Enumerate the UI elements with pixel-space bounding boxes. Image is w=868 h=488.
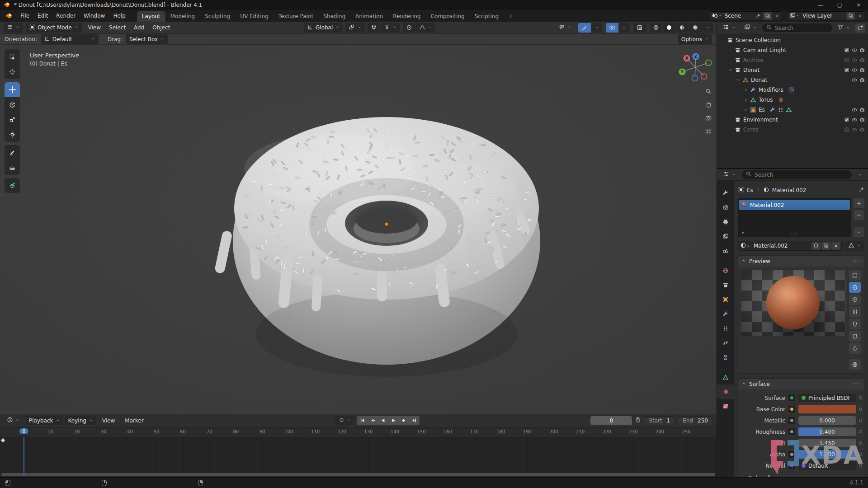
view-layer-selector[interactable]: View Layer <box>787 11 865 20</box>
tool-properties-tab[interactable] <box>717 186 734 200</box>
menu-help[interactable]: Help <box>109 11 129 20</box>
material-properties-tab[interactable] <box>717 385 734 399</box>
blender-menu-icon[interactable] <box>3 12 15 20</box>
view-layer-properties-tab[interactable] <box>717 229 734 244</box>
playhead-badge[interactable]: 0 <box>19 428 28 434</box>
constraints-properties-tab[interactable] <box>717 350 734 365</box>
workspace-tab-uv-editing[interactable]: UV Editing <box>235 11 274 22</box>
minimize-button[interactable]: — <box>811 0 830 10</box>
end-frame-field[interactable]: End250 <box>678 416 713 425</box>
play-button[interactable] <box>388 416 399 425</box>
menu-file[interactable]: File <box>16 11 33 20</box>
hide-eye-toggle[interactable] <box>851 77 858 83</box>
surface-panel-header[interactable]: Surface :::: <box>738 379 864 389</box>
outliner-row-scene-collection[interactable]: Scene Collection <box>717 35 868 45</box>
orientation-dropdown[interactable]: Default <box>41 34 99 44</box>
timeline-body[interactable] <box>0 437 717 473</box>
disable-render-toggle[interactable] <box>859 77 865 83</box>
workspace-tab-animation[interactable]: Animation <box>350 11 388 22</box>
outliner-row-environment[interactable]: Environment <box>717 115 868 125</box>
animate-decorator[interactable] <box>859 464 862 467</box>
fake-user-toggle[interactable] <box>811 242 821 250</box>
new-view-layer-button[interactable] <box>846 12 855 20</box>
hide-eye-toggle[interactable] <box>851 117 858 123</box>
material-filter-dropdown[interactable] <box>845 241 864 251</box>
scene-selector[interactable]: Scene <box>709 11 783 20</box>
outliner-filter-button[interactable] <box>834 23 854 33</box>
hide-eye-toggle[interactable] <box>851 107 858 113</box>
render-properties-tab[interactable] <box>717 200 734 215</box>
modifiers-properties-tab[interactable] <box>717 307 734 321</box>
timeline-menu-view[interactable]: View <box>98 416 119 425</box>
disable-render-toggle[interactable] <box>859 47 865 53</box>
auto-keying-toggle[interactable] <box>335 416 354 425</box>
panel-grip[interactable]: :::: <box>853 382 860 386</box>
properties-search-input[interactable]: Search <box>742 170 852 179</box>
scene-properties-tab[interactable] <box>717 244 734 258</box>
timeline-ruler[interactable]: 1020304050607080901001101201301401501601… <box>0 427 717 437</box>
checkbox-unchecked[interactable] <box>844 127 850 133</box>
viewport-menu-object[interactable]: Object <box>149 23 174 32</box>
animate-decorator[interactable] <box>859 419 862 422</box>
maximize-button[interactable]: ▢ <box>830 0 849 10</box>
checkbox-unchecked[interactable] <box>844 57 850 63</box>
workspace-tab-sculpting[interactable]: Sculpting <box>200 11 235 22</box>
jump-start-button[interactable] <box>357 416 368 425</box>
disable-render-toggle[interactable] <box>859 117 865 123</box>
material-name-field[interactable]: Material.002 <box>754 243 809 249</box>
outliner-row-donat[interactable]: Donat <box>717 75 868 85</box>
new-scene-button[interactable] <box>763 12 772 20</box>
outliner-display-mode-button[interactable] <box>741 23 760 33</box>
node-socket-icon[interactable] <box>788 406 795 413</box>
node-socket-icon[interactable] <box>788 417 795 424</box>
material-slot-list[interactable]: Material.002 :::: <box>738 198 851 237</box>
timeline-menu-playback[interactable]: Playback <box>26 416 63 425</box>
surface-enum-field[interactable]: Principled BSDF <box>798 394 856 402</box>
preview-sphere-button[interactable] <box>849 282 861 293</box>
outliner-row-donat[interactable]: Donat <box>717 65 868 75</box>
alpha-slider[interactable]: 1.000 <box>798 450 856 459</box>
node-socket-icon[interactable] <box>788 394 795 401</box>
menu-window[interactable]: Window <box>80 11 109 20</box>
workspace-tab-rendering[interactable]: Rendering <box>388 11 425 22</box>
snap-settings-dropdown[interactable] <box>381 23 400 33</box>
editor-type-button[interactable] <box>4 23 23 33</box>
expander-icon[interactable] <box>744 98 750 102</box>
hide-eye-toggle[interactable] <box>851 127 858 133</box>
checkbox-checked[interactable] <box>844 67 850 73</box>
animate-decorator[interactable] <box>859 396 862 399</box>
duplicate-material-button[interactable] <box>821 242 830 250</box>
node-socket-icon[interactable] <box>788 462 795 469</box>
workspace-tab-shading[interactable]: Shading <box>318 11 350 22</box>
properties-editor-type-button[interactable] <box>720 170 739 179</box>
timeline-menu-keying[interactable]: Keying <box>65 416 96 425</box>
workspace-tab-scripting[interactable]: Scripting <box>470 11 504 22</box>
particles-properties-tab[interactable] <box>717 321 734 336</box>
slot-specials-dropdown[interactable] <box>854 227 864 237</box>
navigation-gizmo[interactable]: ZXY <box>676 48 714 88</box>
add-cube-tool[interactable] <box>5 178 20 193</box>
close-button[interactable]: ✕ <box>849 0 868 10</box>
disable-render-toggle[interactable] <box>859 67 865 73</box>
pin-icon[interactable] <box>859 187 864 194</box>
rotate-tool[interactable] <box>5 97 20 112</box>
world-properties-tab[interactable] <box>717 263 734 278</box>
proportional-editing-toggle[interactable] <box>403 23 415 33</box>
timeline-editor-type-button[interactable] <box>4 416 23 425</box>
hide-eye-toggle[interactable] <box>851 47 858 53</box>
workspace-tab-texture-paint[interactable]: Texture Paint <box>274 11 318 22</box>
disable-render-toggle[interactable] <box>859 57 865 63</box>
options-dropdown[interactable]: Options <box>678 34 712 44</box>
gizmo-dropdown[interactable] <box>591 23 602 33</box>
outliner-row-torus[interactable]: Torus <box>717 95 868 105</box>
view-layer-name[interactable]: View Layer <box>802 13 844 19</box>
playhead-line[interactable] <box>24 437 24 473</box>
cursor-tool[interactable] <box>5 64 20 79</box>
workspace-tab-compositing[interactable]: Compositing <box>425 11 469 22</box>
viewport-menu-view[interactable]: View <box>85 23 104 32</box>
section-subsurface-collapsed[interactable]: Subsurface <box>738 472 864 477</box>
breadcrumb-material[interactable]: Material.002 <box>772 187 806 193</box>
expander-icon[interactable] <box>736 78 742 82</box>
node-socket-icon[interactable] <box>788 451 795 458</box>
ior-slider[interactable]: 1.450 <box>798 439 856 447</box>
